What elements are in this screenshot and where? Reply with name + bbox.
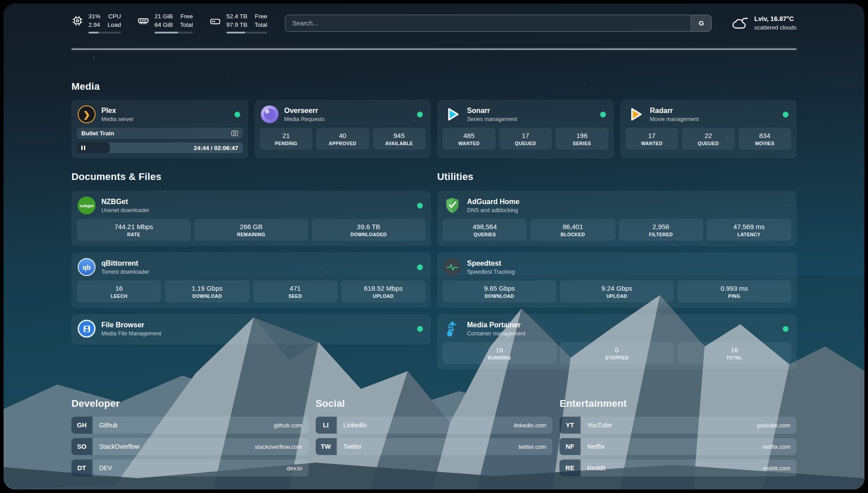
disk-icon [209, 15, 221, 27]
service-card-adguard[interactable]: AdGuard Home DNS and adblocking 498,564Q… [437, 191, 797, 246]
memory-total-value: 64 GiB [154, 21, 173, 29]
service-card-speedtest[interactable]: Speedtest Speedtest Tracking 9.65 GbpsDO… [437, 252, 797, 308]
stat-running: 16RUNNING [442, 342, 556, 364]
status-dot [417, 112, 423, 117]
playback-time: 24:44 / 02:06:47 [194, 145, 243, 151]
cpu-load-value: 2.94 [88, 21, 100, 29]
bookmark-linkedin[interactable]: LI LinkedIn linkedin.com [316, 417, 553, 434]
stat-remaining: 266 GBREMAINING [194, 219, 308, 241]
status-dot [234, 112, 240, 117]
overseerr-icon [261, 105, 279, 123]
cpu-usage-label: CPU [108, 13, 121, 21]
bookmark-youtube[interactable]: YT YouTube youtube.com [559, 417, 797, 434]
bookmark-twitter[interactable]: TW Twitter twitter.com [316, 438, 553, 455]
stat-download: 9.65 GbpsDOWNLOAD [442, 280, 556, 302]
qbittorrent-icon: qb [78, 258, 96, 276]
disk-total-label: Total [255, 21, 267, 29]
stat-rate: 744.21 MbpsRATE [77, 219, 191, 241]
stat-ping: 0.993 msPING [677, 280, 791, 302]
service-card-plex[interactable]: ❯ Plex Media server Bullet Train [71, 100, 248, 159]
search-input[interactable] [285, 20, 691, 27]
disk-total-value: 97.9 TB [226, 21, 247, 29]
pause-icon[interactable] [81, 146, 85, 150]
bookmark-url: stackoverflow.com [255, 443, 308, 450]
cloud-icon [731, 16, 748, 30]
stat-queries: 498,564QUERIES [442, 219, 527, 241]
stat-filtered: 2,956FILTERED [619, 219, 703, 241]
service-name: Radarr [650, 106, 699, 116]
playback-progress: 24:44 / 02:06:47 [77, 142, 243, 153]
portainer-icon [443, 320, 461, 338]
search-provider-button[interactable]: G [691, 15, 711, 31]
service-desc: Media Requests [284, 116, 325, 123]
status-dot [417, 326, 423, 332]
service-desc: Media File Management [101, 330, 161, 338]
service-card-portainer[interactable]: Media Portainer Container management 16R… [437, 314, 797, 369]
section-title-media: Media [71, 81, 797, 92]
bookmark-url: github.com [274, 422, 309, 429]
stat-series: 196SERIES [555, 128, 609, 150]
playback-elapsed [77, 142, 110, 153]
section-title-documents: Documents & Files [71, 171, 431, 183]
cpu-icon [71, 15, 83, 27]
service-name: Media Portainer [467, 320, 526, 330]
service-card-overseerr[interactable]: Overseerr Media Requests 21PENDING 40APP… [255, 100, 431, 159]
service-desc: DNS and adblocking [467, 207, 519, 214]
stat-upload: 618.52 MbpsUPLOAD [341, 280, 426, 302]
cpu-usage-value: 31% [88, 13, 100, 21]
speedtest-icon [443, 258, 461, 276]
memory-progressbar [154, 32, 193, 34]
bookmark-abbr: GH [71, 417, 92, 434]
memory-icon [137, 15, 150, 27]
bookmark-url: youtube.com [757, 422, 797, 429]
service-card-sonarr[interactable]: Sonarr Series management 485WANTED 17QUE… [437, 100, 614, 159]
disk-widget: 52.4 TB 97.9 TB Free Total [209, 13, 267, 33]
stat-leech: 16LEECH [77, 280, 161, 302]
nzbget-icon: nzbget [78, 196, 96, 214]
service-desc: Container management [467, 330, 526, 338]
bookmark-stackoverflow[interactable]: SO StackOverflow stackoverflow.com [71, 438, 309, 455]
stat-stopped: 0STOPPED [560, 342, 674, 364]
media-type-icon [231, 130, 238, 137]
bookmark-github[interactable]: GH Github github.com [71, 417, 309, 434]
bookmark-name: Github [93, 422, 117, 429]
bookmark-name: Netflix [581, 443, 605, 450]
section-title-social: Social [316, 398, 553, 409]
bookmark-name: Reddit [581, 464, 605, 472]
plex-icon: ❯ [78, 105, 96, 123]
top-bar: 31% 2.94 CPU Load [71, 13, 797, 33]
service-card-nzbget[interactable]: nzbget NZBGet Usenet downloader 744.21 M… [71, 191, 431, 246]
bookmark-abbr: TW [316, 438, 336, 455]
service-card-qbittorrent[interactable]: qb qBittorrent Torrent downloader 16LEEC… [71, 252, 431, 308]
bookmark-dev[interactable]: DT DEV dev.to [71, 460, 309, 476]
service-card-filebrowser[interactable]: File Browser Media File Management [71, 314, 431, 344]
service-desc: Media server [101, 116, 134, 123]
cpu-load-label: Load [108, 21, 121, 29]
adguard-icon [443, 196, 461, 214]
service-desc: Series management [467, 116, 517, 123]
service-name: NZBGet [101, 197, 150, 207]
service-name: Speedtest [467, 259, 515, 268]
service-name: Sonarr [467, 106, 517, 116]
search-bar: G [285, 15, 712, 32]
bookmark-url: reddit.com [763, 465, 797, 472]
bookmark-abbr: LI [316, 417, 336, 434]
bookmark-url: dev.to [287, 465, 308, 472]
service-desc: Usenet downloader [101, 207, 150, 214]
bookmark-url: twitter.com [518, 443, 552, 450]
stat-wanted: 17WANTED [626, 128, 679, 150]
stat-seed: 471SEED [253, 280, 338, 302]
cpu-widget: 31% 2.94 CPU Load [71, 13, 121, 33]
bookmark-name: YouTube [581, 422, 612, 429]
stat-upload: 9.24 GbpsUPLOAD [560, 280, 674, 302]
sonarr-icon [443, 105, 461, 123]
status-dot [417, 264, 423, 270]
bookmark-reddit[interactable]: RE Reddit reddit.com [559, 460, 797, 476]
status-dot [783, 112, 789, 117]
filebrowser-icon [78, 320, 96, 338]
status-dot [783, 326, 789, 332]
bookmark-url: linkedin.com [514, 422, 552, 429]
service-card-radarr[interactable]: Radarr Movie management 17WANTED 22QUEUE… [620, 100, 797, 159]
bookmark-netflix[interactable]: NF Netflix netflix.com [559, 438, 797, 455]
service-name: Plex [101, 106, 134, 116]
